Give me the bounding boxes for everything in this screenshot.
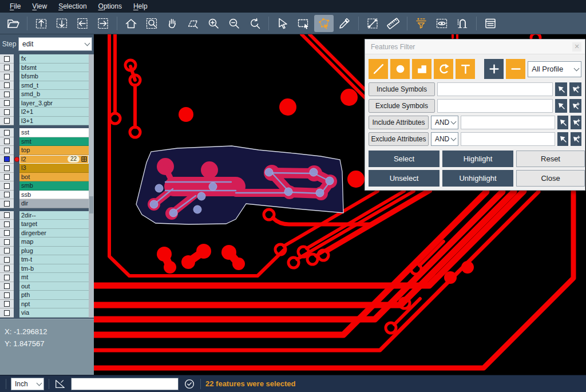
menu-item-options[interactable]: Options [93, 1, 127, 11]
layer-list-scrollbar[interactable] [89, 54, 94, 318]
exclude-symbols-pick-add-button[interactable] [569, 99, 581, 113]
layer-row-l3[interactable]: l3 [0, 164, 89, 173]
unselect-button[interactable]: Unselect [369, 170, 440, 187]
layer-visibility-checkbox[interactable] [4, 248, 10, 254]
layer-name[interactable]: fx [19, 54, 89, 64]
layer-row-tm-t[interactable]: tm-t [0, 255, 89, 264]
layer-name[interactable]: dir [19, 199, 89, 208]
layer-row-map[interactable]: map [0, 237, 89, 247]
layer-name[interactable]: smd_t [19, 81, 89, 90]
layer-visibility-checkbox[interactable] [4, 292, 10, 298]
layer-visibility-checkbox[interactable] [4, 118, 10, 124]
layer-row-via[interactable]: via [0, 308, 89, 318]
features-filter-icon[interactable] [411, 15, 431, 32]
profile-filter-select[interactable]: All Profile [528, 61, 581, 77]
layer-visibility-checkbox[interactable] [4, 130, 10, 136]
select-button[interactable]: Select [369, 151, 440, 167]
units-select[interactable]: Inch [11, 378, 44, 390]
layer-visibility-checkbox[interactable] [4, 138, 10, 144]
layer-name[interactable]: tm-t [19, 255, 89, 264]
layer-name[interactable]: dirgerber [19, 229, 89, 238]
layer-name[interactable]: plug [19, 247, 89, 256]
include-attributes-operator-select[interactable]: AND [431, 116, 458, 129]
close-button[interactable]: Close [516, 170, 585, 187]
zoom-area-icon[interactable] [142, 15, 161, 32]
layer-visibility-checkbox[interactable] [4, 275, 10, 280]
layer-row-layer_3.gbr[interactable]: layer_3.gbr [0, 99, 89, 108]
line-feature-icon[interactable] [369, 59, 388, 79]
surface-feature-icon[interactable] [412, 59, 431, 79]
layer-name[interactable]: mt [19, 273, 89, 282]
command-input[interactable] [71, 378, 179, 390]
step-select[interactable]: edit [18, 37, 92, 51]
layer-row-l3+1[interactable]: l3+1 [0, 117, 89, 126]
layer-row-fx[interactable]: fx [0, 54, 89, 64]
report-icon[interactable] [481, 15, 500, 32]
menu-item-view[interactable]: View [27, 1, 52, 11]
layer-name[interactable]: l222 [19, 155, 89, 164]
layer-grid-icon[interactable] [81, 156, 87, 162]
exclude-attributes-label-button[interactable]: Exclude Attributes [369, 132, 429, 146]
layer-name[interactable]: tm-b [19, 264, 89, 274]
menu-item-selection[interactable]: Selection [53, 1, 92, 11]
zoom-polygon-icon[interactable] [183, 15, 203, 32]
include-symbols-input[interactable] [437, 82, 553, 96]
layer-name[interactable]: smd_b [19, 90, 89, 99]
menu-item-file[interactable]: File [5, 1, 26, 11]
layer-row-pth[interactable]: pth [0, 291, 89, 300]
layer-name[interactable]: l3+1 [19, 117, 89, 126]
pan-hand-icon[interactable] [163, 15, 182, 32]
negative-polarity-icon[interactable] [506, 59, 525, 79]
include-symbols-pick-add-button[interactable] [569, 82, 581, 96]
layer-row-smd_b[interactable]: smd_b [0, 90, 89, 99]
layer-name[interactable]: bot [19, 173, 89, 182]
clear-highlight-icon[interactable] [335, 15, 354, 32]
layer-row-l2+1[interactable]: l2+1 [0, 108, 89, 117]
exclude-symbols-label-button[interactable]: Exclude Symbols [369, 99, 435, 113]
layer-row-top[interactable]: top [0, 146, 89, 155]
layer-visibility-checkbox[interactable] [4, 92, 10, 97]
layer-name[interactable]: ssb [19, 191, 89, 200]
polygon-select-icon[interactable] [314, 15, 334, 32]
include-attributes-pick-button[interactable] [557, 116, 568, 129]
zoom-previous-icon[interactable] [245, 15, 264, 32]
layer-row-2dir--[interactable]: 2dir-- [0, 211, 89, 220]
exclude-attributes-input[interactable] [461, 132, 555, 146]
snap-icon[interactable] [453, 15, 472, 32]
layer-row-mt[interactable]: mt [0, 273, 89, 282]
layer-row-sst[interactable]: sst [0, 128, 89, 137]
layer-visibility-checkbox[interactable] [4, 239, 10, 245]
layer-visibility-checkbox[interactable] [4, 283, 10, 289]
layer-row-ssb[interactable]: ssb [0, 191, 89, 200]
layer-row-dir[interactable]: dir [0, 199, 89, 208]
confirm-circle-icon[interactable] [183, 378, 196, 390]
layer-visibility-checkbox[interactable] [4, 201, 10, 207]
include-attributes-pick-add-button[interactable] [571, 116, 581, 129]
layer-visibility-checkbox[interactable] [4, 74, 10, 80]
layer-name[interactable]: bfsmt [19, 64, 89, 73]
exclude-attributes-operator-select[interactable]: AND [431, 132, 458, 146]
layer-name[interactable]: via [19, 308, 89, 318]
layer-row-l2[interactable]: l222 [0, 155, 89, 164]
layer-row-smd_t[interactable]: smd_t [0, 81, 89, 90]
layer-name[interactable]: target [19, 220, 89, 229]
layer-name[interactable]: layer_3.gbr [19, 99, 89, 108]
layer-name[interactable]: l2+1 [19, 108, 89, 117]
layer-row-target[interactable]: target [0, 220, 89, 229]
layer-row-bot[interactable]: bot [0, 173, 89, 182]
select-cursor-icon[interactable] [273, 15, 292, 32]
rectangle-select-icon[interactable] [294, 15, 313, 32]
layer-visibility-checkbox[interactable] [4, 82, 10, 88]
zoom-out-icon[interactable] [224, 15, 244, 32]
layer-visibility-checkbox[interactable] [4, 156, 10, 162]
exclude-symbols-pick-button[interactable] [555, 99, 567, 113]
pad-feature-icon[interactable] [390, 59, 410, 79]
layer-visibility-checkbox[interactable] [4, 100, 10, 106]
highlight-button[interactable]: Highlight [442, 151, 513, 167]
exclude-attributes-pick-add-button[interactable] [571, 132, 581, 146]
layer-name[interactable]: out [19, 282, 89, 291]
layer-visibility-checkbox[interactable] [4, 65, 10, 70]
layer-visibility-checkbox[interactable] [4, 109, 10, 115]
export-up-icon[interactable] [31, 15, 51, 32]
ruler-icon[interactable] [383, 15, 403, 32]
